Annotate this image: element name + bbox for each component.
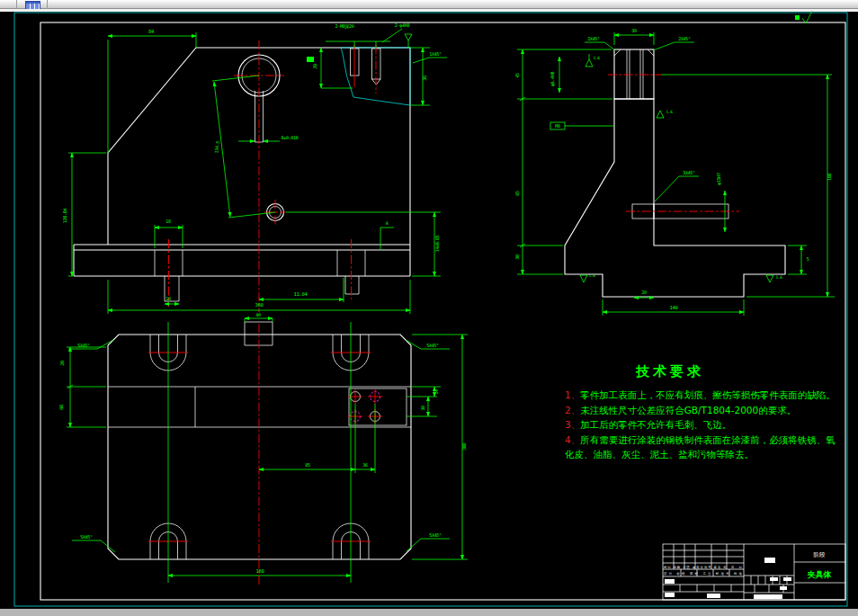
dimension-label: 2-φ4H8 [395, 22, 410, 29]
dimension-label: 1.6 [666, 110, 673, 114]
roughness-icon [580, 275, 587, 282]
dimension-label: 30 [514, 254, 520, 260]
dimension-label: 4 [386, 220, 389, 226]
dimension-label: 2X45° [678, 36, 691, 41]
side-section-body [565, 99, 785, 297]
dimension-label: 20 [312, 64, 317, 69]
dimension-label: 8±0.018 [282, 135, 299, 140]
paper-border [14, 13, 847, 606]
dimension-label: 5X45° [429, 532, 442, 538]
dimension-label: 1.6 [588, 273, 595, 278]
front-view [68, 29, 447, 314]
dimension-label: 5X45° [77, 343, 90, 348]
dimension-label: 300 [461, 443, 467, 451]
dimension-label: 84 [148, 29, 155, 34]
roughness-icon [766, 275, 773, 282]
tech-req-item-text: 零件加工表面上，不应有划痕、擦伤等损伤零件表面的缺陷。 [580, 389, 836, 400]
status-bar [0, 609, 858, 616]
dimension-label: 18 [165, 219, 171, 224]
dimension-label: φ6.4H8 [550, 72, 556, 87]
threaded-bore-section [614, 49, 654, 99]
tech-req-item-number: 1、 [565, 389, 580, 400]
dimension-label: 5X45° [426, 343, 439, 348]
top-view-dimensions [67, 318, 468, 583]
tech-req-title: 技术要求 [558, 363, 782, 380]
title-block-stage: 阶段 [814, 551, 827, 558]
dimension-label: 40 [255, 312, 261, 317]
cad-application-window: 842-M8深202-φ4H8201X45°368±0.018134.5120.… [0, 0, 858, 616]
top-boss [245, 322, 273, 345]
dimension-label: 60 [58, 405, 64, 410]
dimension-label: 160 [827, 174, 832, 181]
dimension-label: 20 [59, 361, 65, 366]
dimension-label: 5X45° [80, 534, 93, 540]
dimension-label: 14 [433, 389, 439, 395]
dimension-labels: 842-M8深202-φ4H8201X45°368±0.018134.5120.… [58, 22, 832, 574]
dimension-label: 1X45° [429, 51, 442, 57]
title-block: 标记 处数 分区 更改文件号 签名 年、月、日 设计 校核 审核 工艺 标准化 … [663, 544, 845, 600]
dimension-label: 360 [255, 302, 263, 308]
dimension-label: 30 [631, 28, 637, 33]
dimension-label: M8 [555, 123, 560, 129]
tech-req-item-number: 3、 [565, 419, 580, 430]
tech-req-items: 1、零件加工表面上，不应有划痕、擦伤等损伤零件表面的缺陷。 2、未注线性尺寸公差… [565, 388, 839, 462]
dimension-label: 1.6 [775, 275, 782, 280]
dimension-label: 2X45° [587, 36, 600, 41]
pin-hole [348, 389, 362, 404]
broken-out-section [341, 48, 410, 105]
dimension-label: 20 [641, 290, 647, 295]
pin-hole [368, 389, 382, 404]
tech-req-item: 3、加工后的零件不允许有毛刺、飞边。 [565, 417, 839, 433]
dimension-label: 2-M8深20 [335, 23, 354, 30]
roughness-icon [585, 54, 593, 67]
dimension-label: φ15H7 [716, 173, 722, 185]
dimension-label: 36 [362, 462, 368, 468]
front-view-dimensions [68, 29, 447, 314]
roughness-icon [657, 111, 664, 118]
dimension-label: 5 [807, 256, 809, 262]
dimension-label: 160 [255, 568, 264, 574]
dimension-label: 18 [165, 296, 171, 301]
datum-flag [307, 57, 314, 62]
tech-req-item-number: 2、 [565, 405, 580, 415]
drawing-canvas[interactable]: 842-M8深202-φ4H8201X45°368±0.018134.5120.… [0, 0, 858, 616]
tech-req-item-text: 未注线性尺寸公差应符合GB/T1804-2000的要求。 [580, 405, 796, 415]
dimension-label: 134.5 [213, 140, 220, 153]
dimension-label: 65 [514, 191, 520, 196]
dimension-label: 3X45° [683, 170, 695, 175]
tech-req-item-text: 所有需要进行涂装的钢铁制件表面在涂漆前，必须将铁锈、氧化皮、油脂、灰尘、泥土、盐… [565, 434, 836, 460]
dimension-label: 140 [669, 305, 677, 310]
centerlines [608, 75, 739, 211]
centerlines [169, 40, 377, 312]
dimension-label: 14±0.05 [434, 235, 440, 252]
tech-req-item-number: 4、 [565, 434, 580, 445]
tech-req-item: 2、未注线性尺寸公差应符合GB/T1804-2000的要求。 [565, 403, 839, 418]
title-block-part-name: 夹具体 [807, 570, 832, 579]
dimension-label: 38 [420, 406, 425, 411]
dimension-label: 120.04 [62, 209, 67, 224]
step-band [108, 387, 411, 427]
drawing-frame [40, 22, 845, 600]
top-view [67, 318, 468, 585]
top-view-outline [108, 335, 411, 559]
dimension-label: 45 [514, 73, 520, 78]
title-block-revision-row: 标记 处数 分区 更改文件号 签名 年、月、日 [663, 565, 742, 569]
dimension-label: 36 [422, 76, 427, 81]
dimension-label: 11.04 [293, 291, 308, 297]
dimension-label: 1.6 [593, 56, 600, 60]
tech-req-item-text: 加工后的零件不允许有毛刺、飞边。 [580, 419, 731, 430]
side-section-view [517, 32, 835, 316]
title-block-approval-row: 设计 校核 审核 工艺 标准化 批准 [664, 571, 743, 576]
technical-requirements: 技术要求 1、零件加工表面上，不应有划痕、擦伤等损伤零件表面的缺陷。 2、未注线… [558, 363, 850, 462]
tech-req-item: 1、零件加工表面上，不应有划痕、擦伤等损伤零件表面的缺陷。 [565, 388, 839, 403]
dimension-label: 85 [305, 462, 310, 468]
tech-req-item: 4、所有需要进行涂装的钢铁制件表面在涂漆前，必须将铁锈、氧化皮、油脂、灰尘、泥土… [565, 433, 839, 462]
front-view-outline [74, 48, 410, 276]
